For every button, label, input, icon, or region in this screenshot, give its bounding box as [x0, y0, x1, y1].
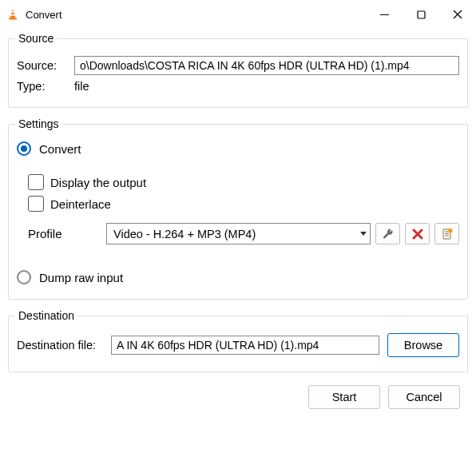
close-button[interactable]: [439, 2, 476, 27]
browse-button[interactable]: Browse: [387, 333, 459, 357]
checkbox-icon: [28, 196, 44, 212]
svg-rect-1: [11, 11, 14, 13]
checkbox-icon: [28, 174, 44, 190]
profile-label: Profile: [28, 227, 106, 240]
delete-profile-button[interactable]: [405, 223, 430, 244]
svg-marker-8: [360, 232, 367, 236]
vlc-cone-icon: [5, 6, 21, 22]
dump-raw-label: Dump raw input: [39, 271, 123, 284]
browse-button-label: Browse: [404, 339, 442, 352]
profile-value: Video - H.264 + MP3 (MP4): [113, 228, 256, 240]
destination-input[interactable]: [111, 336, 379, 355]
new-profile-button[interactable]: [434, 223, 459, 244]
edit-profile-button[interactable]: [375, 223, 400, 244]
wrench-icon: [382, 228, 395, 240]
window-title: Convert: [26, 9, 62, 21]
settings-legend: Settings: [15, 117, 62, 130]
source-legend: Source: [15, 32, 57, 45]
titlebar: Convert: [0, 0, 476, 29]
svg-marker-0: [10, 9, 16, 18]
start-button-label: Start: [332, 391, 357, 403]
minimize-button[interactable]: [366, 2, 403, 27]
settings-group: Settings Convert Display the output Dein…: [8, 117, 468, 300]
convert-radio-label: Convert: [39, 142, 81, 156]
destination-group: Destination Destination file: Browse: [8, 309, 468, 372]
dump-raw-radio[interactable]: Dump raw input: [17, 270, 459, 284]
svg-rect-3: [9, 18, 17, 20]
destination-label: Destination file:: [17, 339, 111, 352]
source-label: Source:: [17, 59, 74, 72]
cancel-button[interactable]: Cancel: [388, 385, 460, 409]
source-input[interactable]: [74, 56, 459, 75]
svg-rect-2: [10, 14, 14, 16]
chevron-down-icon: [360, 232, 367, 236]
deinterlace-checkbox[interactable]: Deinterlace: [28, 196, 459, 212]
type-value: file: [74, 80, 89, 93]
svg-point-15: [448, 229, 452, 232]
deinterlace-label: Deinterlace: [50, 197, 111, 211]
maximize-button[interactable]: [403, 2, 439, 27]
start-button[interactable]: Start: [308, 385, 380, 409]
profile-select[interactable]: Video - H.264 + MP3 (MP4): [106, 223, 371, 244]
new-document-icon: [441, 228, 454, 240]
display-output-label: Display the output: [50, 176, 146, 189]
convert-radio[interactable]: Convert: [17, 141, 459, 156]
destination-legend: Destination: [15, 309, 77, 322]
type-label: Type:: [17, 80, 74, 93]
radio-icon: [17, 270, 31, 284]
source-group: Source Source: Type: file: [8, 32, 468, 108]
svg-rect-5: [418, 11, 425, 18]
radio-icon: [17, 141, 31, 156]
display-output-checkbox[interactable]: Display the output: [28, 174, 459, 190]
cancel-button-label: Cancel: [406, 391, 442, 403]
x-icon: [412, 229, 423, 240]
